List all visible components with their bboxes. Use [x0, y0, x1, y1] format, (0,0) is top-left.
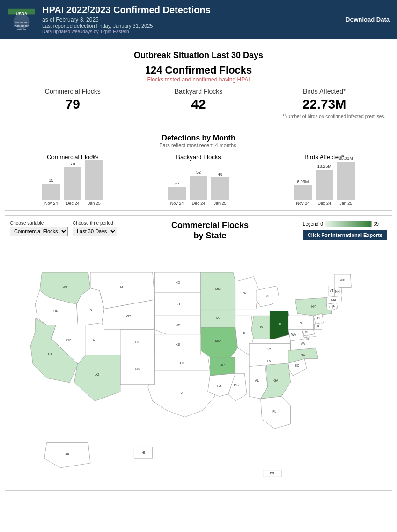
bar-chart-commercial: 35 Nov 24 70 Dec 24 85 Jan 25 — [13, 163, 133, 206]
map-title: Commercial Flocks by State — [122, 221, 298, 241]
commercial-stat: Commercial Flocks 79 — [10, 88, 136, 112]
outbreak-section: Outbreak Situation Last 30 Days 124 Conf… — [5, 44, 392, 124]
variable-control: Choose variable Commercial Flocks Backya… — [10, 221, 68, 236]
header-date: as of February 3, 2025 — [42, 16, 211, 23]
chart-commercial-title: Commercial Flocks — [13, 154, 133, 161]
bar-group: 27 Nov 24 — [168, 182, 186, 206]
period-label: Choose time period — [73, 221, 117, 226]
chart-birds-title: Birds Affected* — [264, 154, 384, 161]
commercial-value: 79 — [10, 97, 136, 112]
backyard-stat: Backyard Flocks 42 — [136, 88, 262, 112]
charts-row: Commercial Flocks 35 Nov 24 70 Dec 24 85… — [10, 154, 387, 206]
svg-text:Animal and: Animal and — [15, 21, 28, 23]
header-text-block: HPAI 2022/2023 Confirmed Detections as o… — [42, 5, 211, 34]
page-title: HPAI 2022/2023 Confirmed Detections — [42, 5, 211, 15]
export-button[interactable]: Click For International Exports — [303, 230, 387, 240]
bar-jan — [85, 160, 103, 200]
state-mo[interactable] — [201, 327, 238, 357]
usda-logo: USDA Animal and Plant Health Inspection — [7, 8, 36, 31]
state-ok[interactable] — [155, 355, 210, 371]
state-mi[interactable] — [256, 286, 279, 307]
map-title-area: Commercial Flocks by State — [122, 221, 298, 241]
bar-group: 23.31M Jan 25 — [337, 156, 355, 206]
state-ne[interactable] — [155, 316, 201, 334]
bar-chart-birds: 6.93M Nov 24 18.25M Dec 24 23.31M Jan 25 — [264, 163, 384, 206]
legend-row: Legend 0 39 — [303, 221, 387, 227]
header-update-note: Data updated weekdays by 12pm Eastern — [42, 29, 211, 34]
state-nm[interactable] — [120, 355, 155, 385]
state-tx[interactable] — [148, 371, 215, 417]
backyard-value: 42 — [136, 97, 262, 112]
stats-row: Commercial Flocks 79 Backyard Flocks 42 … — [10, 88, 387, 112]
state-ks[interactable] — [155, 334, 201, 355]
state-md[interactable] — [302, 330, 315, 336]
detections-title: Detections by Month — [10, 134, 387, 142]
bar-jan — [211, 177, 229, 200]
commercial-label: Commercial Flocks — [10, 88, 136, 95]
bar-group: 85 Jan 25 — [85, 155, 103, 206]
confirmed-flocks-count: 124 Confirmed Flocks — [10, 64, 387, 76]
state-nh[interactable] — [334, 288, 342, 296]
state-oh[interactable] — [270, 311, 290, 339]
bar-group: 18.25M Dec 24 — [316, 164, 333, 206]
state-pa[interactable] — [288, 316, 314, 330]
state-sd[interactable] — [155, 293, 201, 316]
period-select[interactable]: Last 30 Days Last 60 Days All Time — [73, 227, 117, 236]
state-in[interactable] — [251, 316, 270, 339]
bar-dec — [316, 170, 333, 200]
bar-group: 48 Jan 25 — [211, 172, 229, 206]
state-ak[interactable] — [44, 443, 90, 468]
bar-chart-backyard: 27 Nov 24 52 Dec 24 48 Jan 25 — [139, 163, 259, 206]
chart-birds: Birds Affected* 6.93M Nov 24 18.25M Dec … — [261, 154, 387, 206]
state-me[interactable] — [334, 274, 351, 288]
state-ma[interactable] — [326, 296, 342, 304]
us-map-wrapper: WA OR ID MT WY ND SD NE MN — [10, 244, 387, 486]
backyard-label: Backyard Flocks — [136, 88, 262, 95]
state-ky[interactable] — [249, 344, 290, 355]
state-dc[interactable] — [307, 335, 309, 338]
state-nd[interactable] — [155, 272, 201, 293]
variable-select[interactable]: Commercial Flocks Backyard Flocks Birds … — [10, 227, 68, 236]
state-mn[interactable] — [201, 272, 235, 309]
bar-group: 70 Dec 24 — [64, 162, 81, 206]
download-data-link[interactable]: Download Data — [346, 16, 390, 23]
detections-subtitle: Bars reflect most recent 4 months. — [10, 142, 387, 148]
bar-dec — [190, 176, 207, 200]
state-hi[interactable] — [134, 447, 152, 459]
birds-stat: Birds Affected* 22.73M — [261, 88, 387, 112]
legend-gradient — [325, 221, 372, 227]
chart-commercial: Commercial Flocks 35 Nov 24 70 Dec 24 85… — [10, 154, 136, 206]
legend-max: 39 — [374, 222, 379, 227]
legend-text: Legend — [303, 222, 318, 227]
bar-dec — [64, 167, 81, 200]
state-fl[interactable] — [261, 397, 291, 429]
variable-label: Choose variable — [10, 221, 68, 226]
state-ia[interactable] — [201, 309, 235, 327]
bar-jan — [337, 162, 355, 200]
state-ar[interactable] — [210, 357, 235, 376]
state-co[interactable] — [120, 330, 155, 355]
legend-min: 0 — [320, 222, 323, 227]
us-map-svg: WA OR ID MT WY ND SD NE MN — [10, 244, 387, 484]
period-control: Choose time period Last 30 Days Last 60 … — [73, 221, 117, 236]
bar-group: 52 Dec 24 — [190, 170, 207, 206]
bar-nov — [294, 185, 312, 200]
birds-label: Birds Affected* — [261, 88, 387, 95]
state-ut[interactable] — [86, 325, 104, 355]
chart-backyard-title: Backyard Flocks — [139, 154, 259, 161]
state-wi[interactable] — [235, 277, 258, 309]
confirmed-flocks-sub: Flocks tested and confirmed having HPAI — [10, 76, 387, 83]
state-de[interactable] — [315, 323, 322, 330]
state-pr[interactable] — [263, 470, 281, 477]
outbreak-title: Outbreak Situation Last 30 Days — [10, 51, 387, 60]
map-controls: Choose variable Commercial Flocks Backya… — [10, 221, 117, 236]
birds-value: 22.73M — [261, 97, 387, 112]
state-az[interactable] — [74, 355, 120, 401]
map-section: Choose variable Commercial Flocks Backya… — [5, 215, 392, 491]
bar-group: 35 Nov 24 — [42, 178, 60, 206]
detections-section: Detections by Month Bars reflect most re… — [5, 129, 392, 211]
legend-export-area: Legend 0 39 Click For International Expo… — [303, 221, 387, 240]
map-controls-row: Choose variable Commercial Flocks Backya… — [10, 221, 387, 241]
state-vt[interactable] — [329, 286, 334, 296]
state-wv[interactable] — [288, 330, 304, 341]
